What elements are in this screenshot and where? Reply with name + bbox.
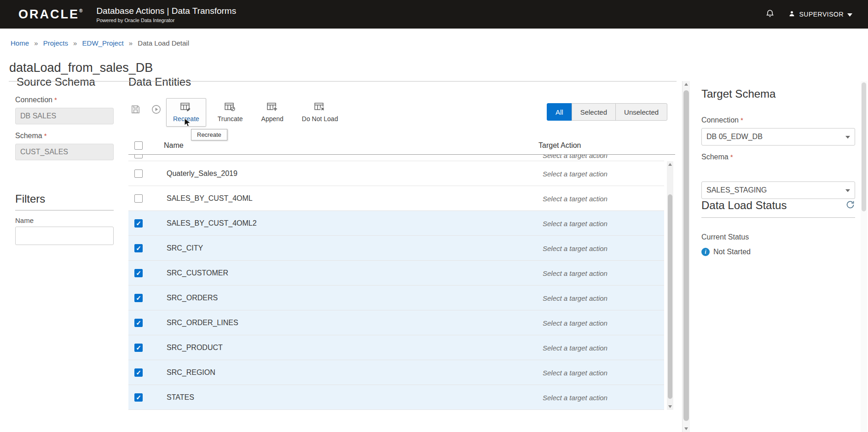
table-row: SRC_CITYSelect a target action <box>128 236 664 261</box>
scroll-down-icon[interactable] <box>683 426 690 432</box>
target-action-select[interactable]: Select a target action <box>543 155 608 159</box>
breadcrumb-separator: » <box>73 39 77 47</box>
entity-name: SRC_REGION <box>167 368 215 377</box>
append-icon <box>267 102 278 113</box>
user-menu[interactable]: SUPERVISOR <box>788 10 852 18</box>
scroll-down-icon[interactable] <box>667 403 673 410</box>
entities-table: Name Target Action Select a target actio… <box>128 136 675 410</box>
scroll-up-icon[interactable] <box>683 81 690 88</box>
page-title: dataLoad_from_sales_DB <box>9 61 153 75</box>
view-all-button[interactable]: All <box>547 103 572 121</box>
breadcrumb-current: Data Load Detail <box>138 39 189 47</box>
row-checkbox[interactable] <box>134 169 143 178</box>
recreate-tooltip: Recreate <box>191 129 227 140</box>
target-action-select[interactable]: Select a target action <box>543 319 608 327</box>
entity-name: SRC_ORDER_LINES <box>167 319 238 327</box>
row-checkbox[interactable] <box>134 269 143 277</box>
table-row: SALES_BY_CUST_4OML2Select a target actio… <box>128 211 664 236</box>
entity-name: STATES <box>167 393 194 402</box>
row-checkbox[interactable] <box>134 244 143 252</box>
status-row: i Not Started <box>701 248 751 256</box>
target-action-select[interactable]: Select a target action <box>543 344 608 352</box>
main-scrollbar-thumb[interactable] <box>683 90 689 421</box>
target-action-select[interactable]: Select a target action <box>543 394 608 402</box>
target-action-select[interactable]: Select a target action <box>543 170 608 178</box>
target-action-select[interactable]: Select a target action <box>543 245 608 252</box>
row-checkbox[interactable] <box>134 344 143 352</box>
entity-name: SALES_BY_CUST_4OML2 <box>167 219 257 228</box>
table-row: SRC_ORDERSSelect a target action <box>128 286 664 310</box>
recreate-icon <box>180 102 191 113</box>
view-selected-button[interactable]: Selected <box>572 103 616 121</box>
notifications-bell-icon[interactable] <box>765 9 775 20</box>
page-scrollbar[interactable] <box>861 81 867 432</box>
target-schema-panel: Target Schema Connection* DB 05_EDW_DB S… <box>701 81 855 116</box>
oracle-logo: ORACLE ® <box>18 7 82 22</box>
entity-name: SRC_CITY <box>167 244 203 252</box>
table-scrollbar[interactable] <box>667 161 673 410</box>
app-window: ORACLE ® Database Actions | Data Transfo… <box>0 0 868 432</box>
registered-mark: ® <box>79 8 82 13</box>
target-connection-label: Connection* <box>701 116 743 124</box>
truncate-button[interactable]: Truncate <box>211 98 250 127</box>
entity-name: SRC_ORDERS <box>167 294 218 302</box>
refresh-icon[interactable] <box>845 200 855 211</box>
target-action-select[interactable]: Select a target action <box>543 195 608 203</box>
target-action-select[interactable]: Select a target action <box>543 294 608 302</box>
target-action-toolbar: Recreate Truncate <box>166 98 345 127</box>
row-checkbox[interactable] <box>134 319 143 327</box>
row-checkbox[interactable] <box>134 368 143 377</box>
table-row: Quaterly_Sales_2019Select a target actio… <box>128 161 664 186</box>
target-action-select[interactable]: Select a target action <box>543 269 608 277</box>
breadcrumb-projects[interactable]: Projects <box>43 39 68 47</box>
row-checkbox[interactable] <box>134 294 143 302</box>
breadcrumb-separator: » <box>129 39 133 47</box>
row-checkbox[interactable] <box>134 155 143 158</box>
data-entities-heading: Data Entities <box>128 76 191 88</box>
app-title: Database Actions | Data Transforms <box>96 6 236 16</box>
mouse-cursor <box>184 118 192 130</box>
target-action-select[interactable]: Select a target action <box>543 369 608 377</box>
entity-name: Quaterly_Sales_2019 <box>167 169 237 178</box>
filter-name-input[interactable] <box>15 227 114 245</box>
truncate-icon <box>225 102 236 113</box>
row-checkbox[interactable] <box>134 194 143 203</box>
filters-heading: Filters <box>15 193 114 210</box>
app-header: ORACLE ® Database Actions | Data Transfo… <box>0 0 868 29</box>
append-button[interactable]: Append <box>255 98 290 127</box>
target-action-select[interactable]: Select a target action <box>543 220 608 228</box>
app-title-block: Database Actions | Data Transforms Power… <box>96 6 236 23</box>
table-row: SRC_CUSTOMERSelect a target action <box>128 261 664 286</box>
data-load-status-heading: Data Load Status <box>701 199 787 212</box>
table-scrollbar-thumb[interactable] <box>668 194 672 399</box>
required-icon: * <box>44 132 47 140</box>
breadcrumb-edw-project[interactable]: EDW_Project <box>82 39 124 47</box>
main-scrollbar[interactable] <box>682 81 690 432</box>
dropdown-caret-icon <box>845 136 850 139</box>
breadcrumb-home[interactable]: Home <box>11 39 29 47</box>
view-unselected-button[interactable]: Unselected <box>615 103 667 121</box>
data-load-status-header: Data Load Status <box>701 199 855 218</box>
select-all-checkbox[interactable] <box>134 141 143 150</box>
run-button[interactable] <box>151 104 162 116</box>
filter-name-label: Name <box>15 216 34 224</box>
table-row: SALES_BY_CUST_4OMLSelect a target action <box>128 186 664 211</box>
page-scrollbar-thumb[interactable] <box>862 82 866 211</box>
source-connection-label: Connection* <box>15 96 57 104</box>
save-button[interactable] <box>130 104 141 116</box>
status-value: Not Started <box>713 248 751 256</box>
row-checkbox[interactable] <box>134 219 143 228</box>
target-connection-select[interactable]: DB 05_EDW_DB <box>701 128 855 146</box>
dropdown-caret-icon <box>845 189 850 192</box>
target-schema-select[interactable]: SALES_STAGING <box>701 181 855 199</box>
row-checkbox[interactable] <box>134 393 143 402</box>
target-schema-heading: Target Schema <box>701 88 775 100</box>
table-row: SRC_ORDER_LINESSelect a target action <box>128 310 664 335</box>
do-not-load-button[interactable]: Do Not Load <box>295 98 345 127</box>
table-row: SRC_PRODUCTSelect a target action <box>128 335 664 360</box>
scroll-up-icon[interactable] <box>667 161 673 168</box>
target-connection-value: DB 05_EDW_DB <box>706 133 763 140</box>
info-icon: i <box>701 248 710 256</box>
content-area: Source Schema Connection* DB SALES Schem… <box>0 81 868 432</box>
column-header-target-action: Target Action <box>538 141 581 150</box>
